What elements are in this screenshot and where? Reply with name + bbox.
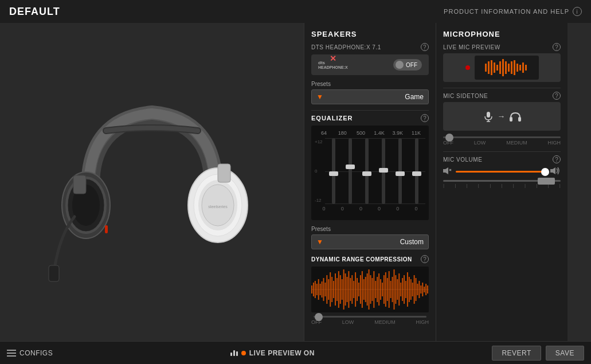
drc-title: DYNAMIC RANGE COMPRESSION bbox=[311, 256, 412, 263]
svg-text:steelseries: steelseries bbox=[208, 205, 228, 209]
drc-labels: OFF LOW MEDIUM HIGH bbox=[311, 319, 429, 325]
eq-bar-0[interactable] bbox=[325, 138, 342, 204]
mic-sidetone-title-row: MIC SIDETONE ? bbox=[443, 92, 561, 100]
revert-button[interactable]: REVERT bbox=[492, 346, 541, 361]
svg-rect-100 bbox=[522, 62, 524, 73]
eq-slider-track-5[interactable] bbox=[415, 138, 418, 204]
eq-slider-track-1[interactable] bbox=[349, 138, 352, 204]
eq-presets-dropdown[interactable]: ▼ Custom bbox=[311, 234, 429, 249]
dts-logo: dts HEADPHONE:X ✕ bbox=[318, 60, 348, 69]
dts-help-icon[interactable]: ? bbox=[421, 43, 429, 51]
drc-help-icon[interactable]: ? bbox=[421, 255, 429, 263]
svg-rect-49 bbox=[367, 273, 368, 306]
save-button[interactable]: SAVE bbox=[546, 346, 584, 361]
svg-rect-102 bbox=[487, 112, 490, 118]
mic-vol-tick-2: | bbox=[467, 183, 468, 188]
eq-dropdown-arrow-icon: ▼ bbox=[316, 238, 323, 246]
svg-rect-41 bbox=[353, 281, 354, 298]
sidetone-thumb[interactable] bbox=[445, 134, 453, 142]
sidetone-label-low: LOW bbox=[474, 140, 486, 146]
svg-rect-10 bbox=[218, 164, 230, 182]
drc-slider-thumb[interactable] bbox=[315, 313, 323, 321]
eq-presets-label: Presets bbox=[311, 226, 429, 232]
mic-vol-tick-4: | bbox=[490, 183, 491, 188]
eq-slider-thumb-3[interactable] bbox=[379, 168, 388, 173]
svg-text:✕: ✕ bbox=[330, 54, 336, 62]
headphone-panel: steelseries bbox=[0, 23, 304, 341]
eq-freq-2: 500 bbox=[351, 130, 370, 136]
eq-slider-track-4[interactable] bbox=[398, 138, 402, 204]
eq-title-row: EQUALIZER ? bbox=[311, 114, 429, 122]
svg-rect-89 bbox=[491, 60, 492, 75]
headphone-svg: steelseries bbox=[43, 73, 261, 291]
svg-rect-12 bbox=[105, 225, 108, 233]
eq-slider-track-0[interactable] bbox=[332, 138, 335, 204]
svg-rect-83 bbox=[424, 287, 425, 292]
mic-vol-tick-1: | bbox=[455, 183, 456, 188]
eq-container: 64 180 500 1.4K 3.9K 11K +12 0 -12 bbox=[311, 126, 429, 220]
eq-slider-track-3[interactable] bbox=[382, 138, 385, 204]
page-title: DEFAULT bbox=[9, 6, 60, 18]
svg-rect-98 bbox=[516, 64, 518, 72]
svg-rect-79 bbox=[417, 284, 418, 295]
vol-up-icon-svg bbox=[550, 167, 561, 175]
mic-vol-slider[interactable] bbox=[443, 180, 561, 182]
live-bars-icon bbox=[230, 350, 238, 356]
mic-volume-help-icon[interactable]: ? bbox=[553, 155, 561, 163]
vol-slider-thumb[interactable] bbox=[541, 168, 549, 176]
sidetone-icon-area: → bbox=[483, 111, 522, 122]
live-preview-help-icon[interactable]: ? bbox=[553, 43, 561, 51]
presets-dropdown[interactable]: ▼ Game bbox=[311, 89, 429, 104]
volume-icons-row bbox=[443, 167, 561, 177]
eq-slider-thumb-0[interactable] bbox=[329, 171, 338, 176]
dts-toggle-btn[interactable]: OFF bbox=[393, 59, 422, 71]
sidetone-arrow: → bbox=[498, 112, 506, 121]
svg-rect-77 bbox=[414, 275, 415, 304]
live-mic-title-row: LIVE MIC PREVIEW ? bbox=[443, 43, 561, 51]
live-preview-text: LIVE PREVIEW ON bbox=[249, 349, 315, 357]
eq-slider-thumb-1[interactable] bbox=[346, 165, 355, 169]
microphone-panel: MICROPHONE LIVE MIC PREVIEW ? bbox=[436, 23, 567, 341]
svg-rect-101 bbox=[525, 65, 527, 71]
footer-center: LIVE PREVIEW ON bbox=[230, 349, 315, 357]
sidetone-track[interactable] bbox=[443, 136, 561, 138]
eq-slider-track-2[interactable] bbox=[365, 138, 369, 204]
sidetone-slider-area[interactable]: OFF LOW MEDIUM HIGH bbox=[443, 136, 561, 146]
eq-slider-thumb-4[interactable] bbox=[396, 171, 405, 176]
sidetone-label-high: HIGH bbox=[548, 140, 561, 146]
svg-rect-88 bbox=[488, 61, 490, 74]
live-bar-3 bbox=[236, 351, 238, 356]
svg-rect-94 bbox=[505, 61, 507, 74]
svg-rect-65 bbox=[394, 269, 395, 310]
product-info[interactable]: PRODUCT INFORMATION AND HELP i bbox=[444, 7, 582, 16]
eq-bar-5[interactable] bbox=[409, 138, 425, 204]
sidetone-mic-icon bbox=[483, 111, 494, 122]
eq-freq-5: 11K bbox=[407, 130, 425, 136]
svg-rect-95 bbox=[508, 64, 510, 72]
configs-label: CONFIGS bbox=[19, 349, 53, 357]
mic-vol-thumb[interactable] bbox=[538, 178, 555, 185]
svg-rect-92 bbox=[499, 61, 501, 74]
microphone-title: MICROPHONE bbox=[443, 30, 561, 38]
eq-bar-3[interactable] bbox=[375, 138, 392, 204]
drc-slider-track[interactable] bbox=[314, 316, 426, 318]
eq-bar-2[interactable] bbox=[358, 138, 375, 204]
svg-rect-9 bbox=[73, 175, 86, 194]
eq-bar-4[interactable] bbox=[392, 138, 409, 204]
svg-rect-85 bbox=[427, 285, 428, 293]
vol-slider-track[interactable] bbox=[456, 171, 547, 173]
drc-slider-row[interactable] bbox=[311, 316, 429, 318]
svg-rect-45 bbox=[360, 275, 361, 304]
svg-rect-35 bbox=[343, 269, 345, 310]
eq-bar-1[interactable] bbox=[342, 138, 358, 204]
configs-button[interactable]: CONFIGS bbox=[7, 349, 53, 357]
mic-sidetone-help-icon[interactable]: ? bbox=[553, 92, 561, 100]
svg-rect-17 bbox=[313, 283, 314, 296]
eq-help-icon[interactable]: ? bbox=[421, 114, 429, 122]
drc-label-low: LOW bbox=[342, 319, 354, 325]
eq-slider-thumb-2[interactable] bbox=[362, 171, 371, 176]
eq-slider-thumb-5[interactable] bbox=[412, 171, 421, 176]
drc-wave bbox=[311, 267, 429, 312]
presets-label: Presets bbox=[311, 81, 429, 87]
svg-rect-71 bbox=[404, 275, 405, 304]
